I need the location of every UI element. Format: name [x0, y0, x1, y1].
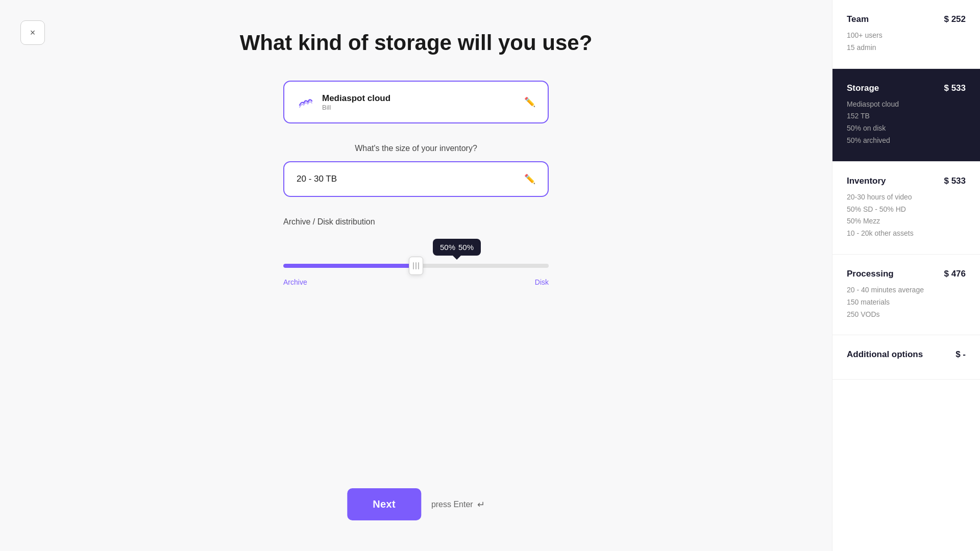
mediaspot-icon	[297, 93, 315, 111]
team-details: 100+ users15 admin	[847, 30, 966, 54]
enter-icon: ↵	[477, 499, 485, 510]
inventory-title: Inventory	[847, 176, 886, 186]
close-icon: ×	[30, 28, 36, 38]
main-content: × What kind of storage will you use? Med…	[0, 0, 832, 551]
sidebar-section-team: Team $ 252 100+ users15 admin	[832, 0, 980, 69]
press-enter-hint: press Enter ↵	[431, 499, 485, 510]
sidebar-section-inventory: Inventory $ 533 20-30 hours of video50% …	[832, 162, 980, 255]
sidebar-section-storage: Storage $ 533 Mediaspot cloud152 TB50% o…	[832, 69, 980, 162]
inventory-question: What's the size of your inventory?	[283, 144, 549, 153]
next-button[interactable]: Next	[347, 488, 421, 520]
slider-container	[283, 264, 549, 268]
team-title: Team	[847, 14, 869, 24]
inventory-card[interactable]: 20 - 30 TB ✏️	[283, 161, 549, 197]
slider-fill	[283, 264, 416, 268]
distribution-label: Archive / Disk distribution	[283, 217, 549, 227]
storage-sub: Bill	[322, 104, 390, 111]
storage-price: $ 533	[944, 83, 966, 93]
inventory-details: 20-30 hours of video50% SD - 50% HD50% M…	[847, 191, 966, 240]
storage-card[interactable]: Mediaspot cloud Bill ✏️	[283, 81, 549, 123]
bottom-bar: Next press Enter ↵	[347, 488, 484, 520]
tooltip-right: 50%	[458, 243, 474, 252]
disk-label: Disk	[535, 278, 549, 286]
form-area: Mediaspot cloud Bill ✏️ What's the size …	[283, 81, 549, 286]
handle-line-3	[418, 262, 419, 269]
press-enter-text: press Enter	[431, 500, 473, 509]
additional-title: Additional options	[847, 349, 923, 360]
slider-labels: Archive Disk	[283, 278, 549, 286]
tooltip-left: 50%	[440, 243, 455, 252]
slider-tooltip: 50% 50%	[433, 239, 481, 256]
team-price: $ 252	[944, 14, 966, 24]
handle-line-2	[415, 262, 416, 269]
inventory-value: 20 - 30 TB	[297, 174, 337, 184]
sidebar-section-additional: Additional options $ -	[832, 335, 980, 380]
sidebar-section-processing: Processing $ 476 20 - 40 minutes average…	[832, 255, 980, 335]
inventory-edit-icon[interactable]: ✏️	[524, 173, 535, 185]
storage-name: Mediaspot cloud	[322, 93, 390, 104]
storage-edit-icon[interactable]: ✏️	[524, 96, 535, 108]
sidebar: Team $ 252 100+ users15 admin Storage $ …	[832, 0, 980, 551]
inventory-price: $ 533	[944, 176, 966, 186]
page-title: What kind of storage will you use?	[240, 31, 593, 55]
additional-price: $ -	[955, 349, 966, 360]
storage-title: Storage	[847, 83, 879, 93]
processing-price: $ 476	[944, 269, 966, 279]
storage-details: Mediaspot cloud152 TB50% on disk50% arch…	[847, 98, 966, 147]
processing-title: Processing	[847, 269, 894, 279]
slider-handle[interactable]	[409, 257, 423, 275]
handle-line-1	[413, 262, 414, 269]
processing-details: 20 - 40 minutes average150 materials250 …	[847, 284, 966, 320]
close-button[interactable]: ×	[20, 20, 45, 45]
archive-label: Archive	[283, 278, 307, 286]
